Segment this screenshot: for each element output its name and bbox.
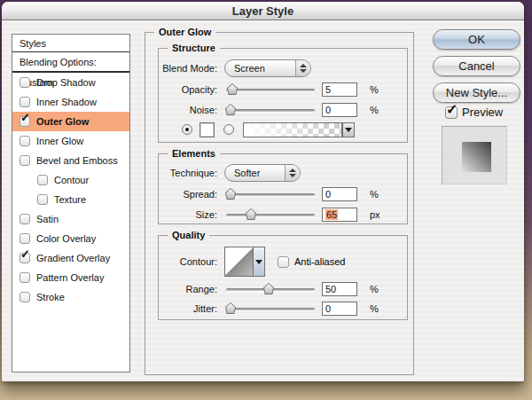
quality-section-title: Quality: [168, 230, 209, 241]
spread-input[interactable]: 0: [322, 187, 357, 201]
slider-track[interactable]: [226, 89, 315, 91]
sidebar-item-label: Inner Shadow: [36, 97, 97, 107]
color-radio[interactable]: [182, 124, 192, 135]
range-slider[interactable]: [226, 283, 315, 295]
sidebar-item-outer-glow[interactable]: ✓ Outer Glow: [12, 112, 129, 131]
size-label: Size:: [162, 209, 221, 220]
noise-label: Noise:: [162, 105, 221, 115]
technique-label: Technique:: [162, 168, 221, 178]
gradient-picker[interactable]: [243, 122, 342, 137]
inner-shadow-checkbox[interactable]: [20, 97, 30, 107]
sidebar-item-label: Stroke: [36, 292, 65, 302]
window-titlebar[interactable]: Layer Style: [2, 2, 524, 20]
sidebar-item-inner-shadow[interactable]: Inner Shadow: [12, 92, 129, 112]
sidebar-item-gradient-overlay[interactable]: ✓ Gradient Overlay: [12, 248, 129, 268]
contour-preview: [224, 247, 253, 277]
contour-checkbox[interactable]: [37, 175, 48, 185]
size-slider[interactable]: [226, 208, 315, 221]
slider-thumb[interactable]: [225, 104, 236, 115]
slider-thumb[interactable]: [225, 188, 236, 200]
noise-input[interactable]: 0: [322, 103, 357, 117]
style-preview-box: [442, 126, 507, 184]
stepper-icon: [295, 60, 310, 76]
bevel-emboss-checkbox[interactable]: [20, 155, 30, 166]
elements-section: Elements Technique: Softer Spread: 0: [158, 153, 408, 224]
slider-track[interactable]: [226, 214, 315, 216]
spread-unit: %: [370, 189, 379, 200]
contour-picker[interactable]: [224, 247, 265, 277]
desktop-background: Layer Style Styles Blending Options: Cus…: [0, 0, 532, 400]
range-label: Range:: [162, 284, 221, 294]
anti-aliased-checkbox[interactable]: [278, 256, 289, 268]
glow-color-swatch[interactable]: [200, 122, 215, 137]
style-preview-thumbnail: [462, 142, 491, 172]
sidebar-item-bevel-and-emboss[interactable]: Bevel and Emboss: [12, 151, 129, 170]
blend-mode-select[interactable]: Screen: [224, 59, 311, 77]
sidebar-item-contour[interactable]: Contour: [12, 170, 129, 190]
technique-select[interactable]: Softer: [224, 164, 301, 182]
gradient-overlay-checkbox[interactable]: ✓: [20, 253, 30, 263]
layer-style-dialog: Layer Style Styles Blending Options: Cus…: [2, 2, 524, 381]
drop-shadow-checkbox[interactable]: [20, 77, 30, 88]
check-icon: ✓: [20, 248, 30, 260]
sidebar-item-label: Color Overlay: [36, 233, 96, 244]
structure-section: Structure Blend Mode: Screen Opacity: 5: [158, 48, 408, 143]
stepper-icon: [285, 165, 300, 181]
sidebar-item-label: Inner Glow: [36, 136, 83, 146]
jitter-slider[interactable]: [226, 302, 315, 315]
spread-label: Spread:: [162, 189, 221, 200]
sidebar-item-label: Contour: [54, 175, 89, 185]
range-input[interactable]: 50: [322, 282, 357, 296]
anti-aliased-label: Anti-aliased: [294, 256, 345, 267]
sidebar-item-label: Drop Shadow: [36, 77, 96, 88]
slider-thumb[interactable]: [227, 83, 238, 95]
chevron-down-icon[interactable]: [253, 247, 265, 277]
sidebar-item-label: Outer Glow: [36, 116, 89, 127]
stroke-checkbox[interactable]: [20, 292, 30, 302]
size-input[interactable]: 65: [322, 208, 357, 222]
sidebar-item-inner-glow[interactable]: Inner Glow: [12, 131, 129, 151]
noise-slider[interactable]: [226, 104, 315, 116]
slider-track[interactable]: [226, 109, 315, 112]
inner-glow-checkbox[interactable]: [20, 136, 30, 146]
slider-track[interactable]: [226, 193, 315, 196]
opacity-input[interactable]: 5: [322, 82, 357, 97]
contour-label: Contour:: [162, 256, 221, 267]
elements-section-title: Elements: [168, 148, 220, 160]
outer-glow-checkbox[interactable]: ✓: [20, 116, 30, 127]
slider-track[interactable]: [226, 308, 315, 310]
opacity-label: Opacity:: [162, 84, 221, 95]
slider-thumb[interactable]: [246, 208, 256, 220]
range-unit: %: [370, 284, 379, 294]
check-icon: ✓: [20, 112, 30, 123]
sidebar-item-texture[interactable]: Texture: [12, 190, 129, 209]
sidebar-item-blending-options[interactable]: Blending Options: Custom: [12, 52, 129, 73]
cancel-button[interactable]: Cancel: [433, 56, 520, 76]
slider-thumb[interactable]: [263, 283, 274, 294]
jitter-unit: %: [370, 303, 379, 314]
sidebar-item-color-overlay[interactable]: Color Overlay: [12, 229, 129, 248]
satin-checkbox[interactable]: [20, 214, 30, 224]
styles-panel: Styles Blending Options: Custom Drop Sha…: [12, 34, 130, 373]
gradient-radio[interactable]: [223, 124, 234, 135]
pattern-overlay-checkbox[interactable]: [20, 272, 30, 283]
opacity-slider[interactable]: [226, 83, 315, 96]
structure-section-title: Structure: [168, 43, 220, 54]
opacity-unit: %: [370, 84, 379, 95]
sidebar-item-label: Texture: [54, 194, 86, 205]
jitter-label: Jitter:: [162, 303, 221, 314]
color-overlay-checkbox[interactable]: [20, 233, 30, 244]
sidebar-item-satin[interactable]: Satin: [12, 209, 129, 229]
texture-checkbox[interactable]: [37, 194, 48, 205]
preview-checkbox[interactable]: ✓: [445, 106, 458, 119]
preview-label: Preview: [462, 106, 503, 119]
styles-panel-header: Styles: [12, 35, 129, 52]
sidebar-item-pattern-overlay[interactable]: Pattern Overlay: [12, 268, 129, 287]
ok-button[interactable]: OK: [433, 29, 520, 50]
panel-title: Outer Glow: [154, 27, 215, 38]
chevron-down-icon[interactable]: [342, 122, 355, 137]
sidebar-item-stroke[interactable]: Stroke: [12, 287, 129, 307]
slider-thumb[interactable]: [225, 302, 236, 314]
spread-slider[interactable]: [226, 188, 315, 200]
jitter-input[interactable]: 0: [322, 302, 357, 316]
